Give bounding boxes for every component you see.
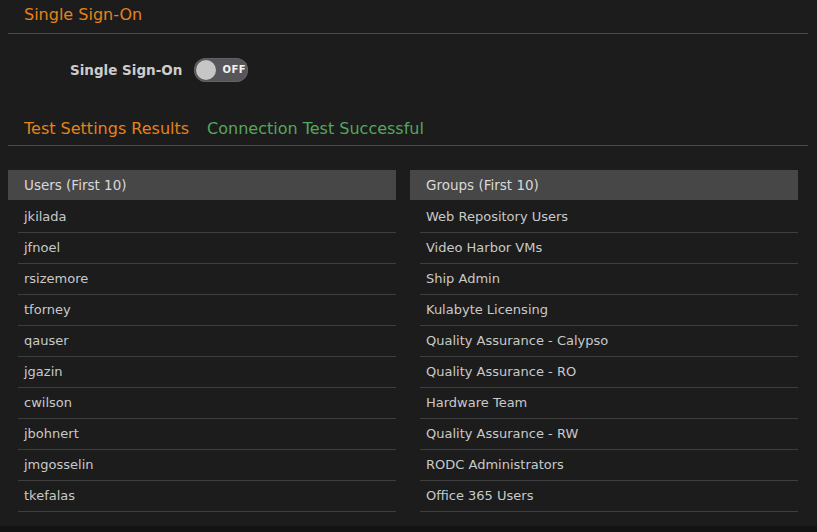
group-row: Video Harbor VMs	[420, 233, 798, 264]
user-row: rsizemore	[18, 264, 396, 295]
users-table-header: Users (First 10)	[8, 170, 396, 200]
sso-toggle-switch[interactable]: OFF	[194, 58, 248, 82]
user-row: jmgosselin	[18, 450, 396, 481]
results-tables: Users (First 10) jkilada jfnoel rsizemor…	[8, 170, 798, 512]
groups-table: Groups (First 10) Web Repository Users V…	[410, 170, 798, 512]
toggle-knob	[196, 60, 216, 80]
page-title: Single Sign-On	[0, 0, 817, 25]
user-row: jgazin	[18, 357, 396, 388]
group-row: RODC Administrators	[420, 450, 798, 481]
user-row: jfnoel	[18, 233, 396, 264]
group-row: Office 365 Users	[420, 481, 798, 512]
title-divider	[8, 33, 808, 34]
test-settings-heading-row: Test Settings Results Connection Test Su…	[0, 119, 817, 139]
user-row: jkilada	[18, 202, 396, 233]
group-row: Hardware Team	[420, 388, 798, 419]
user-row: qauser	[18, 326, 396, 357]
sso-toggle-label: Single Sign-On	[70, 62, 182, 78]
groups-table-header: Groups (First 10)	[410, 170, 798, 200]
group-row: Quality Assurance - RW	[420, 419, 798, 450]
test-settings-title: Test Settings Results	[24, 119, 189, 139]
group-row: Quality Assurance - RO	[420, 357, 798, 388]
user-row: cwilson	[18, 388, 396, 419]
sso-toggle-row: Single Sign-On OFF	[0, 57, 817, 82]
test-section-divider	[8, 145, 808, 146]
group-row: Quality Assurance - Calypso	[420, 326, 798, 357]
user-row: jbohnert	[18, 419, 396, 450]
group-row: Web Repository Users	[420, 202, 798, 233]
connection-test-status: Connection Test Successful	[207, 119, 424, 139]
users-table: Users (First 10) jkilada jfnoel rsizemor…	[8, 170, 396, 512]
toggle-state-label: OFF	[222, 64, 246, 75]
group-row: Kulabyte Licensing	[420, 295, 798, 326]
footer-strip	[0, 526, 817, 532]
user-row: tforney	[18, 295, 396, 326]
user-row: tkefalas	[18, 481, 396, 512]
group-row: Ship Admin	[420, 264, 798, 295]
